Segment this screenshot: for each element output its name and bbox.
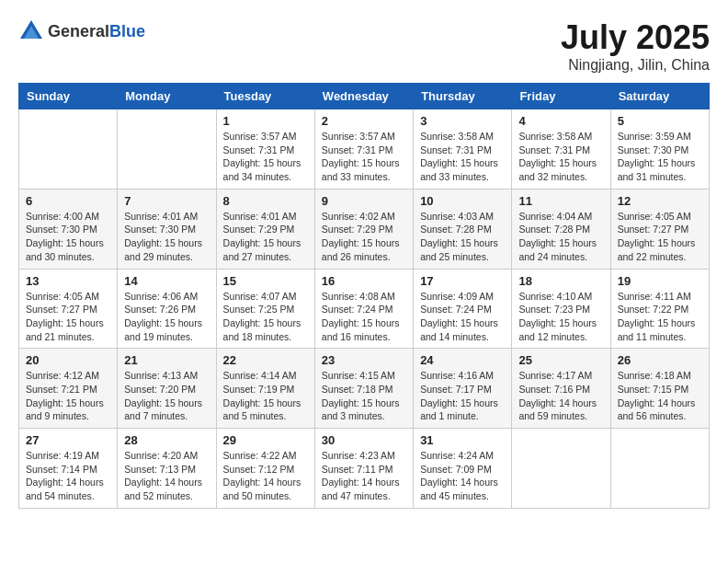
day-cell: 23Sunrise: 4:15 AM Sunset: 7:18 PM Dayli… [314,349,413,429]
week-row-2: 6Sunrise: 4:00 AM Sunset: 7:30 PM Daylig… [19,189,710,269]
day-cell: 5Sunrise: 3:59 AM Sunset: 7:30 PM Daylig… [610,109,709,190]
day-info: Sunrise: 4:13 AM Sunset: 7:20 PM Dayligh… [124,369,209,423]
day-number: 9 [322,194,406,208]
logo: GeneralBlue [18,18,145,44]
logo-icon [18,18,44,44]
day-number: 19 [618,274,702,288]
day-cell: 1Sunrise: 3:57 AM Sunset: 7:31 PM Daylig… [216,109,314,190]
day-info: Sunrise: 4:00 AM Sunset: 7:30 PM Dayligh… [26,210,110,264]
logo-text-blue: Blue [109,22,145,40]
day-cell: 15Sunrise: 4:07 AM Sunset: 7:25 PM Dayli… [216,269,314,349]
day-cell: 24Sunrise: 4:16 AM Sunset: 7:17 PM Dayli… [414,349,512,429]
day-cell: 21Sunrise: 4:13 AM Sunset: 7:20 PM Dayli… [118,349,216,429]
day-cell: 16Sunrise: 4:08 AM Sunset: 7:24 PM Dayli… [314,269,413,349]
day-info: Sunrise: 4:22 AM Sunset: 7:12 PM Dayligh… [223,449,308,503]
header-row: SundayMondayTuesdayWednesdayThursdayFrid… [19,84,710,109]
day-number: 1 [223,114,308,128]
day-info: Sunrise: 4:17 AM Sunset: 7:16 PM Dayligh… [518,369,603,423]
day-number: 21 [124,353,209,367]
day-number: 8 [223,194,308,208]
day-cell [19,109,118,190]
day-cell [118,109,216,190]
day-info: Sunrise: 4:09 AM Sunset: 7:24 PM Dayligh… [420,290,505,344]
day-info: Sunrise: 3:57 AM Sunset: 7:31 PM Dayligh… [322,130,406,184]
day-number: 31 [420,433,505,447]
day-cell: 2Sunrise: 3:57 AM Sunset: 7:31 PM Daylig… [314,109,413,190]
day-info: Sunrise: 4:04 AM Sunset: 7:28 PM Dayligh… [518,210,603,264]
day-number: 2 [322,114,406,128]
month-title: July 2025 [561,18,710,57]
day-info: Sunrise: 4:06 AM Sunset: 7:26 PM Dayligh… [124,290,209,344]
day-info: Sunrise: 3:59 AM Sunset: 7:30 PM Dayligh… [618,130,702,184]
day-info: Sunrise: 4:18 AM Sunset: 7:15 PM Dayligh… [618,369,702,423]
day-cell: 18Sunrise: 4:10 AM Sunset: 7:23 PM Dayli… [512,269,610,349]
day-cell: 30Sunrise: 4:23 AM Sunset: 7:11 PM Dayli… [314,429,413,509]
day-info: Sunrise: 4:01 AM Sunset: 7:30 PM Dayligh… [124,210,209,264]
day-number: 13 [26,274,110,288]
day-info: Sunrise: 3:57 AM Sunset: 7:31 PM Dayligh… [223,130,308,184]
week-row-4: 20Sunrise: 4:12 AM Sunset: 7:21 PM Dayli… [19,349,710,429]
day-info: Sunrise: 4:24 AM Sunset: 7:09 PM Dayligh… [420,449,505,503]
day-info: Sunrise: 4:01 AM Sunset: 7:29 PM Dayligh… [223,210,308,264]
day-number: 26 [618,353,702,367]
week-row-5: 27Sunrise: 4:19 AM Sunset: 7:14 PM Dayli… [19,429,710,509]
header-friday: Friday [512,84,610,109]
day-number: 14 [124,274,209,288]
day-number: 6 [26,194,110,208]
day-number: 5 [618,114,702,128]
day-cell: 26Sunrise: 4:18 AM Sunset: 7:15 PM Dayli… [610,349,709,429]
week-row-3: 13Sunrise: 4:05 AM Sunset: 7:27 PM Dayli… [19,269,710,349]
day-info: Sunrise: 4:19 AM Sunset: 7:14 PM Dayligh… [26,449,110,503]
header-sunday: Sunday [19,84,118,109]
logo-text-general: General [48,22,109,40]
day-info: Sunrise: 4:08 AM Sunset: 7:24 PM Dayligh… [322,290,406,344]
day-cell: 27Sunrise: 4:19 AM Sunset: 7:14 PM Dayli… [19,429,118,509]
day-cell [512,429,610,509]
header-monday: Monday [118,84,216,109]
day-info: Sunrise: 4:20 AM Sunset: 7:13 PM Dayligh… [124,449,209,503]
day-cell: 11Sunrise: 4:04 AM Sunset: 7:28 PM Dayli… [512,189,610,269]
week-row-1: 1Sunrise: 3:57 AM Sunset: 7:31 PM Daylig… [19,109,710,190]
day-cell: 13Sunrise: 4:05 AM Sunset: 7:27 PM Dayli… [19,269,118,349]
day-cell: 29Sunrise: 4:22 AM Sunset: 7:12 PM Dayli… [216,429,314,509]
day-info: Sunrise: 4:02 AM Sunset: 7:29 PM Dayligh… [322,210,406,264]
day-cell: 22Sunrise: 4:14 AM Sunset: 7:19 PM Dayli… [216,349,314,429]
day-number: 28 [124,433,209,447]
day-info: Sunrise: 3:58 AM Sunset: 7:31 PM Dayligh… [518,130,603,184]
day-info: Sunrise: 4:23 AM Sunset: 7:11 PM Dayligh… [322,449,406,503]
day-number: 4 [518,114,603,128]
header-tuesday: Tuesday [216,84,314,109]
day-cell: 10Sunrise: 4:03 AM Sunset: 7:28 PM Dayli… [414,189,512,269]
day-number: 11 [518,194,603,208]
day-number: 10 [420,194,505,208]
calendar-table: SundayMondayTuesdayWednesdayThursdayFrid… [18,83,710,509]
day-number: 3 [420,114,505,128]
day-info: Sunrise: 4:15 AM Sunset: 7:18 PM Dayligh… [322,369,406,423]
day-cell: 25Sunrise: 4:17 AM Sunset: 7:16 PM Dayli… [512,349,610,429]
day-cell: 8Sunrise: 4:01 AM Sunset: 7:29 PM Daylig… [216,189,314,269]
day-number: 23 [322,353,406,367]
day-cell [610,429,709,509]
day-cell: 6Sunrise: 4:00 AM Sunset: 7:30 PM Daylig… [19,189,118,269]
day-number: 20 [26,353,110,367]
day-number: 22 [223,353,308,367]
header-thursday: Thursday [414,84,512,109]
page-header: GeneralBlue July 2025 Ningjiang, Jilin, … [18,18,710,74]
day-number: 12 [618,194,702,208]
location-title: Ningjiang, Jilin, China [561,57,710,74]
title-area: July 2025 Ningjiang, Jilin, China [561,18,710,74]
day-cell: 7Sunrise: 4:01 AM Sunset: 7:30 PM Daylig… [118,189,216,269]
day-cell: 20Sunrise: 4:12 AM Sunset: 7:21 PM Dayli… [19,349,118,429]
day-number: 30 [322,433,406,447]
day-info: Sunrise: 4:12 AM Sunset: 7:21 PM Dayligh… [26,369,110,423]
day-cell: 28Sunrise: 4:20 AM Sunset: 7:13 PM Dayli… [118,429,216,509]
day-cell: 12Sunrise: 4:05 AM Sunset: 7:27 PM Dayli… [610,189,709,269]
day-info: Sunrise: 3:58 AM Sunset: 7:31 PM Dayligh… [420,130,505,184]
day-info: Sunrise: 4:14 AM Sunset: 7:19 PM Dayligh… [223,369,308,423]
day-info: Sunrise: 4:11 AM Sunset: 7:22 PM Dayligh… [618,290,702,344]
day-cell: 3Sunrise: 3:58 AM Sunset: 7:31 PM Daylig… [414,109,512,190]
day-info: Sunrise: 4:03 AM Sunset: 7:28 PM Dayligh… [420,210,505,264]
day-number: 18 [518,274,603,288]
day-info: Sunrise: 4:10 AM Sunset: 7:23 PM Dayligh… [518,290,603,344]
day-number: 25 [518,353,603,367]
